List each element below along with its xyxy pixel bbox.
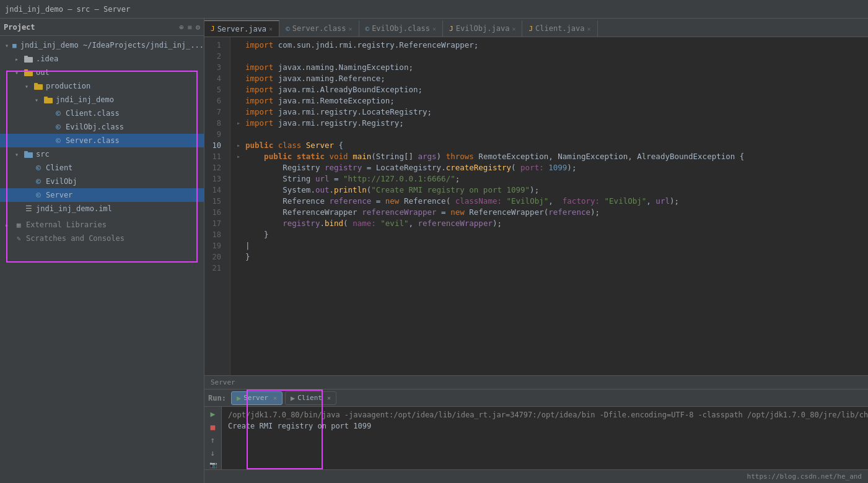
sidebar-item-src[interactable]: ▾ src bbox=[0, 147, 204, 161]
scratches-label: Scratches and Consoles bbox=[26, 234, 125, 243]
tab-icon-server-java: J bbox=[211, 25, 215, 33]
code-content[interactable]: import com.sun.jndi.rmi.registry.Referen… bbox=[230, 37, 868, 375]
evilobj-class-label: EvilObj.class bbox=[66, 123, 124, 131]
run-sidebar: ▶ ■ ↑ ↓ 📷 ⚙ bbox=[204, 407, 222, 469]
tab-server-class[interactable]: © Server.class ✕ bbox=[279, 20, 359, 37]
tab-label-client-java: Client.java bbox=[535, 24, 584, 33]
sidebar-item-idea[interactable]: ▸ .idea bbox=[0, 52, 204, 66]
java-icon-evilobj: © bbox=[33, 176, 43, 186]
code-line-4: import javax.naming.Reference; bbox=[237, 73, 868, 84]
run-rerun-btn[interactable]: ▶ bbox=[207, 409, 219, 419]
code-editor[interactable]: 1 2 3 4 5 6 7 8 9 10 11 12 13 14 15 16 1… bbox=[204, 37, 868, 375]
sidebar-header-icons: ⊕ ≡ ⚙ bbox=[179, 23, 200, 32]
svg-rect-2 bbox=[24, 71, 33, 76]
line-num-1: 1 bbox=[204, 40, 225, 51]
code-line-10: ▸ public class Server { bbox=[237, 140, 868, 151]
tab-evilobj-java[interactable]: J EvilObj.java ✕ bbox=[443, 20, 522, 37]
sidebar-tree: ▾ ■ jndi_inj_demo ~/IdeaProjects/jndi_in… bbox=[0, 36, 204, 483]
sidebar-item-external-libs[interactable]: ▸ ▦ External Libraries bbox=[0, 218, 204, 232]
sidebar-item-scratches[interactable]: ✎ Scratches and Consoles bbox=[0, 232, 204, 245]
folder-icon-out bbox=[24, 67, 33, 77]
java-icon-server: © bbox=[33, 190, 43, 200]
svg-rect-9 bbox=[24, 151, 28, 153]
folder-icon-src bbox=[24, 149, 33, 159]
run-scroll-up-btn[interactable]: ↑ bbox=[207, 435, 219, 445]
code-line-18: } bbox=[237, 229, 868, 240]
line-num-2: 2 bbox=[204, 51, 225, 62]
sidebar-item-evilobj-java[interactable]: © EvilObj bbox=[0, 175, 204, 188]
tab-evilobj-class[interactable]: © EvilObj.class ✕ bbox=[359, 20, 444, 37]
line-num-16: 16 bbox=[204, 207, 225, 218]
tab-icon-server-class: © bbox=[286, 25, 290, 33]
tab-server-java[interactable]: J Server.java ✕ bbox=[204, 20, 279, 37]
tab-client-java[interactable]: J Client.java ✕ bbox=[522, 20, 597, 37]
tree-arrow-idea: ▸ bbox=[15, 56, 24, 63]
tab-bar: J Server.java ✕ © Server.class ✕ © EvilO… bbox=[204, 19, 868, 37]
code-line-13: String url = "http://127.0.0.1:6666/"; bbox=[237, 173, 868, 185]
tab-label-evilobj-java: EvilObj.java bbox=[456, 24, 510, 33]
client-class-label: Client.class bbox=[66, 109, 120, 118]
title-bar: jndi_inj_demo – src – Server bbox=[0, 0, 868, 19]
line-num-13: 13 bbox=[204, 173, 225, 185]
sidebar-item-client-class[interactable]: © Client.class bbox=[0, 107, 204, 120]
tree-arrow-prod: ▾ bbox=[25, 83, 33, 90]
run-tab-server-close[interactable]: ✕ bbox=[273, 394, 277, 401]
tab-icon-evilobj-java: J bbox=[449, 25, 454, 33]
tree-arrow: ▾ bbox=[5, 42, 11, 49]
line-numbers: 1 2 3 4 5 6 7 8 9 10 11 12 13 14 15 16 1… bbox=[204, 37, 230, 375]
svg-rect-7 bbox=[44, 97, 48, 98]
run-output-line-2: Create RMI registry on port 1099 bbox=[228, 420, 862, 432]
sync-icon[interactable]: ⊕ bbox=[179, 23, 183, 32]
src-folder-label: src bbox=[36, 150, 50, 159]
line-num-12: 12 bbox=[204, 162, 225, 173]
out-folder-label: out bbox=[36, 68, 50, 77]
run-screenshot-btn[interactable]: 📷 bbox=[207, 461, 219, 468]
run-tab-client-close[interactable]: ✕ bbox=[327, 394, 331, 401]
class-icon-evilobj: © bbox=[53, 122, 63, 132]
code-line-17: registry.bind( name: "evil", referenceWr… bbox=[237, 218, 868, 229]
code-line-3: import javax.naming.NamingException; bbox=[237, 62, 868, 73]
tree-arrow-ext: ▸ bbox=[5, 222, 14, 228]
external-libs-label: External Libraries bbox=[26, 220, 107, 229]
evilobj-java-label: EvilObj bbox=[46, 177, 77, 186]
iml-icon: ☰ bbox=[24, 204, 33, 214]
sidebar-item-out[interactable]: ▾ out bbox=[0, 66, 204, 79]
sidebar-item-production[interactable]: ▾ production bbox=[0, 79, 204, 93]
line-num-9: 9 bbox=[204, 129, 225, 140]
sidebar-item-iml[interactable]: ☰ jndi_inj_demo.iml bbox=[0, 202, 204, 215]
run-tab-client[interactable]: ▶ Client ✕ bbox=[285, 391, 336, 405]
run-tab-client-label: Client bbox=[297, 394, 322, 402]
svg-rect-6 bbox=[44, 98, 53, 103]
tab-close-client-java[interactable]: ✕ bbox=[587, 25, 591, 32]
run-tab-server[interactable]: ▶ Server ✕ bbox=[231, 391, 283, 405]
bottom-bar: https://blog.csdn.net/he_and bbox=[204, 469, 868, 483]
run-scroll-down-btn[interactable]: ↓ bbox=[207, 448, 219, 458]
jndi-folder-label: jndi_inj_demo bbox=[56, 95, 114, 104]
class-icon-server: © bbox=[53, 136, 63, 146]
sidebar-item-jndi-folder[interactable]: ▾ jndi_inj_demo bbox=[0, 93, 204, 107]
tab-close-evilobj-java[interactable]: ✕ bbox=[512, 25, 515, 32]
settings-icon[interactable]: ⚙ bbox=[196, 23, 200, 32]
sidebar-item-evilobj-class[interactable]: © EvilObj.class bbox=[0, 120, 204, 134]
tab-close-server-class[interactable]: ✕ bbox=[348, 25, 352, 32]
run-stop-btn[interactable]: ■ bbox=[207, 422, 219, 432]
code-line-21 bbox=[237, 263, 868, 274]
sidebar-item-server-java[interactable]: © Server bbox=[0, 188, 204, 202]
fold-1 bbox=[237, 40, 245, 51]
svg-rect-3 bbox=[24, 69, 28, 71]
collapse-icon[interactable]: ≡ bbox=[188, 23, 192, 32]
sidebar: Project ⊕ ≡ ⚙ ▾ ■ jndi_inj_demo ~/IdeaPr… bbox=[0, 19, 204, 483]
line-num-8: 8 bbox=[204, 118, 225, 129]
project-icon: ■ bbox=[11, 40, 18, 50]
sidebar-header: Project ⊕ ≡ ⚙ bbox=[0, 19, 204, 36]
code-line-1: import com.sun.jndi.rmi.registry.Referen… bbox=[237, 40, 868, 51]
sidebar-item-server-class[interactable]: © Server.class bbox=[0, 134, 204, 147]
sidebar-item-client-java[interactable]: © Client bbox=[0, 161, 204, 175]
tab-close-server-java[interactable]: ✕ bbox=[269, 25, 273, 32]
tab-close-evilobj-class[interactable]: ✕ bbox=[432, 25, 436, 32]
tab-icon-client-java: J bbox=[528, 25, 533, 33]
line-num-5: 5 bbox=[204, 84, 225, 95]
run-output: /opt/jdk1.7.0_80/bin/java -javaagent:/op… bbox=[222, 407, 868, 469]
tab-label-server-class: Server.class bbox=[292, 24, 346, 33]
sidebar-item-project-root[interactable]: ▾ ■ jndi_inj_demo ~/IdeaProjects/jndi_in… bbox=[0, 38, 204, 52]
